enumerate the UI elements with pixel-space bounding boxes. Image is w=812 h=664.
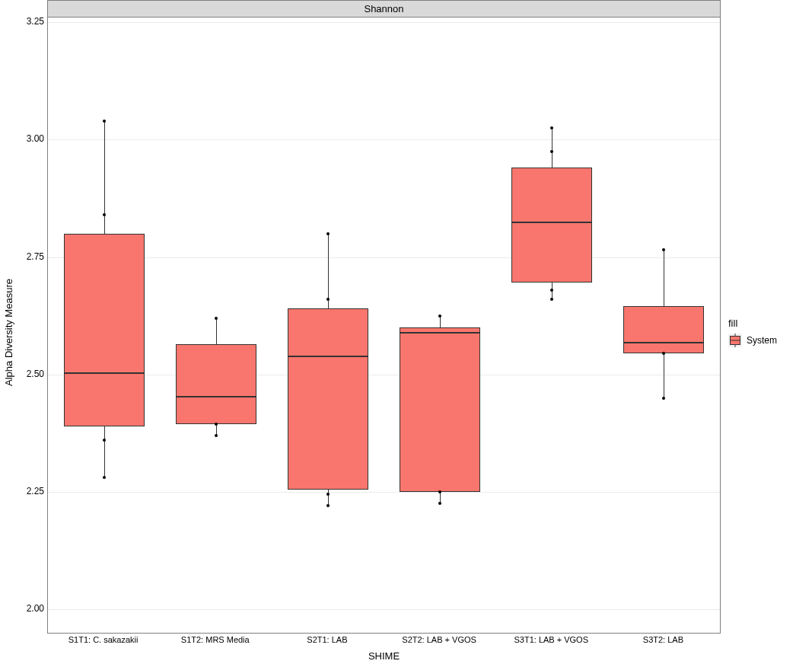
boxplot-median	[400, 332, 480, 334]
data-point	[550, 126, 553, 129]
data-point	[326, 504, 330, 507]
x-axis-label: SHIME	[368, 650, 400, 662]
gridline	[48, 492, 720, 493]
legend-title: fill	[728, 318, 812, 329]
data-point	[103, 120, 106, 123]
x-tick-label: S2T1: LAB	[307, 635, 347, 644]
x-axis-ticks: S1T1: C. sakazakiiS1T2: MRS MediaS2T1: L…	[47, 634, 721, 647]
x-tick-label: S3T1: LAB + VGOS	[514, 635, 588, 644]
boxplot-median	[623, 342, 704, 343]
data-point	[215, 434, 218, 437]
gridline	[48, 375, 720, 375]
x-tick-label: S2T2: LAB + VGOS	[402, 635, 476, 644]
y-tick-label: 3.25	[27, 16, 44, 27]
boxplot-median	[176, 396, 256, 397]
legend-item: System	[728, 334, 812, 347]
data-point	[550, 289, 553, 292]
boxplot-box	[176, 344, 256, 424]
legend-key	[728, 334, 742, 347]
y-axis-label: Alpha Diversity Measure	[3, 279, 14, 386]
plot-area	[47, 17, 721, 634]
data-point	[662, 248, 665, 251]
gridline	[48, 139, 720, 140]
gridline	[48, 609, 720, 610]
gridline	[48, 22, 720, 23]
boxplot-box	[623, 306, 704, 353]
data-point	[103, 476, 106, 479]
data-point	[326, 493, 330, 496]
data-point	[550, 298, 553, 301]
boxplot-median	[288, 356, 368, 357]
data-point	[438, 314, 441, 318]
y-axis-label-col: Alpha Diversity Measure	[0, 0, 17, 664]
facet-label: Shannon	[364, 3, 403, 14]
data-point	[662, 352, 665, 355]
data-point	[326, 298, 330, 301]
x-axis-label-row: SHIME	[47, 647, 721, 664]
plot-column: Shannon S1T1: C. sakazakiiS1T2: MRS Medi…	[47, 0, 721, 664]
boxplot-median	[511, 222, 592, 223]
x-tick-label: S1T2: MRS Media	[181, 635, 250, 644]
y-tick-label: 3.00	[27, 133, 44, 144]
y-axis-ticks: 2.002.252.502.753.003.25	[17, 0, 47, 664]
facet-strip: Shannon	[47, 0, 721, 17]
y-tick-label: 2.50	[27, 369, 44, 379]
data-point	[215, 317, 218, 320]
gridline	[48, 257, 720, 258]
boxplot-box	[288, 308, 368, 489]
data-point	[550, 150, 553, 153]
x-tick-label: S3T2: LAB	[643, 635, 683, 644]
data-point	[103, 213, 106, 216]
boxplot-box	[511, 168, 592, 283]
data-point	[662, 397, 665, 400]
data-point	[103, 439, 106, 442]
chart-container: Alpha Diversity Measure 2.002.252.502.75…	[0, 0, 812, 664]
legend-label: System	[747, 335, 777, 346]
data-point	[326, 232, 330, 235]
boxplot-box	[400, 327, 480, 492]
boxplot-box	[64, 234, 145, 426]
data-point	[438, 502, 441, 505]
data-point	[438, 490, 441, 493]
y-tick-label: 2.25	[27, 486, 44, 496]
y-tick-label: 2.75	[27, 251, 44, 262]
y-tick-label: 2.00	[27, 603, 44, 614]
legend: fill System	[721, 0, 812, 664]
x-tick-label: S1T1: C. sakazakii	[68, 635, 139, 644]
boxplot-median	[64, 372, 145, 374]
data-point	[215, 423, 218, 426]
